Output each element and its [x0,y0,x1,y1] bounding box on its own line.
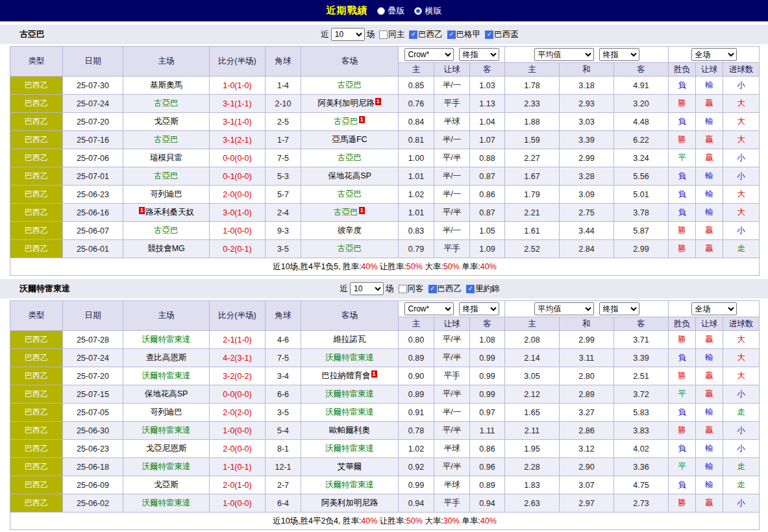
away-team-link[interactable]: 沃爾特雷東達 [325,389,374,398]
cell-score: 0-0(0-0) [210,385,266,404]
radio-icon[interactable] [414,7,422,15]
checkbox-icon[interactable] [428,285,437,293]
cell-asian-2: 0.96 [470,458,505,476]
cell-score: 1-1(0-1) [210,458,266,476]
cell-euro-0: 2.27 [505,149,560,167]
home-team-link[interactable]: 古亞巴 [154,226,179,235]
filter-bar: 近 10 场 同客巴西乙里約錦 [269,282,500,295]
away-team-link[interactable]: 古亞巴 [334,208,358,217]
away-team-link[interactable]: 阿美利加明尼路 [317,99,375,108]
away-team-link[interactable]: 維拉諾瓦 [334,335,366,344]
cell-result-0: 負 [669,204,696,222]
cell-result-0: 負 [669,186,696,204]
summary-text: 近10场,胜4平1负5, 胜率:40% 让胜率:50% 大率:50% 单率:40… [10,258,760,276]
cell-asian-2: 0.99 [470,385,505,404]
away-team-link[interactable]: 沃爾特雷東達 [325,353,374,362]
away-team-link[interactable]: 古亞巴 [338,80,362,90]
home-team-link[interactable]: 路禾利桑天奴 [145,208,194,217]
match-row: 巴西乙25-06-161路禾利桑天奴3-0(1-0)2-4古亞巴11.01平/半… [10,204,760,222]
final-odds-select[interactable]: 终指 [459,302,499,315]
final-odds-select[interactable]: 终指 [459,48,499,61]
radio-icon[interactable] [377,7,385,15]
games-count-select[interactable]: 10 [350,282,384,295]
filter-checkbox-2[interactable]: 巴格甲 [447,29,481,40]
away-team-link[interactable]: 古亞巴 [338,244,362,253]
home-team-link[interactable]: 保地花高SP [145,389,188,398]
checkbox-icon[interactable] [447,30,456,39]
filter-checkbox-0[interactable]: 同客 [399,284,424,295]
away-team-link[interactable]: 沃爾特雷東達 [325,444,374,453]
away-team-link[interactable]: 古亞巴 [338,189,362,199]
bookmaker-select[interactable]: Crow* [404,48,454,61]
cell-asian-2: 0.86 [470,186,505,204]
home-team-link[interactable]: 戈亞斯 [154,117,179,126]
checkbox-icon[interactable] [466,285,475,293]
away-team-link[interactable]: 保地花高SP [328,171,371,180]
cell-corners: 7-5 [266,349,301,367]
home-team-link[interactable]: 查比高恩斯 [146,353,187,362]
home-team-link[interactable]: 沃爾特雷東達 [142,462,191,471]
away-team-link[interactable]: 沃爾特雷東達 [325,480,374,489]
home-team-link[interactable]: 沃爾特雷東達 [142,498,191,507]
home-team-link[interactable]: 古亞巴 [154,171,179,180]
checkbox-icon[interactable] [409,30,417,39]
bookmaker-select[interactable]: Crow* [404,302,454,315]
home-team-link[interactable]: 瑞模貝雷 [150,153,182,162]
summary-stat-value: 40% [361,516,377,526]
checkbox-icon[interactable] [399,285,407,293]
column-header: 主场 [123,47,210,77]
away-team-link[interactable]: 阿美利加明尼路 [321,498,378,507]
away-team-link[interactable]: 古亞巴 [338,153,362,162]
euro-final-odds-select[interactable]: 终指 [599,48,639,61]
average-odds-select[interactable]: 平均值 [534,302,594,315]
cell-competition: 巴西乙 [10,131,63,149]
checkbox-icon[interactable] [379,30,388,39]
home-team-link[interactable]: 哥列迪巴 [150,189,182,199]
cell-euro-2: 3.83 [614,422,669,440]
home-team-link[interactable]: 古亞巴 [154,135,179,144]
away-team-link[interactable]: 古亞巴 [334,117,358,126]
cell-score: 2-0(0-0) [210,440,266,458]
fulltime-select[interactable]: 全场 [691,302,737,315]
home-team-link[interactable]: 競技會MG [147,244,185,253]
away-team-link[interactable]: 艾華爾 [338,462,362,471]
cell-asian-0: 0.83 [399,222,434,240]
cell-home: 查比高恩斯 [123,349,210,367]
games-count-select[interactable]: 10 [331,28,365,41]
home-team-link[interactable]: 古亞巴 [154,99,179,108]
away-team-link[interactable]: 彼辛度 [338,226,362,235]
filter-checkbox-2[interactable]: 里約錦 [466,284,500,295]
cell-competition: 巴西乙 [10,204,63,222]
filter-checkbox-1[interactable]: 巴西乙 [409,29,443,40]
filter-checkbox-1[interactable]: 巴西乙 [428,284,462,295]
home-team-link[interactable]: 戈亞斯 [154,480,179,489]
away-team-link[interactable]: 亞馬遜FC [332,135,367,144]
average-odds-select[interactable]: 平均值 [534,48,594,61]
away-team-link[interactable]: 歐帕爾利奧 [329,426,370,435]
home-team-link[interactable]: 沃爾特雷東達 [142,426,191,435]
filter-checkbox-0[interactable]: 同主 [379,29,404,40]
cell-corners: 5-7 [266,186,301,204]
cell-asian-0: 0.79 [399,240,434,258]
home-team-link[interactable]: 沃爾特雷東達 [142,371,191,380]
away-team-link[interactable]: 巴拉納體育會 [322,371,371,380]
cell-competition: 巴西乙 [10,404,63,422]
home-team-link[interactable]: 基斯奧馬 [150,80,182,90]
cell-date: 25-06-09 [63,476,123,494]
layout-radio-0[interactable]: 疊版 [377,5,405,17]
cell-competition: 巴西乙 [10,77,63,95]
layout-radio-1[interactable]: 横版 [414,5,442,17]
checkbox-icon[interactable] [485,30,493,39]
away-team-link[interactable]: 沃爾特雷東達 [325,407,374,417]
home-team-link[interactable]: 哥列迪巴 [150,407,182,417]
asian-odds-controls: Crow*终指 [399,301,505,317]
cell-home: 戈亞斯 [123,113,210,131]
match-row: 巴西乙25-06-02沃爾特雷東達1-0(0-0)6-4阿美利加明尼路0.94平… [10,494,760,513]
fulltime-select[interactable]: 全场 [691,48,737,61]
cell-result-1: 贏 [696,367,723,385]
home-team-link[interactable]: 戈亞尼恩斯 [146,444,187,453]
euro-final-odds-select[interactable]: 终指 [599,302,639,315]
filter-checkbox-3[interactable]: 巴西盃 [485,29,519,40]
home-team-link[interactable]: 沃爾特雷東達 [142,335,191,344]
cell-asian-0: 0.99 [399,476,434,494]
